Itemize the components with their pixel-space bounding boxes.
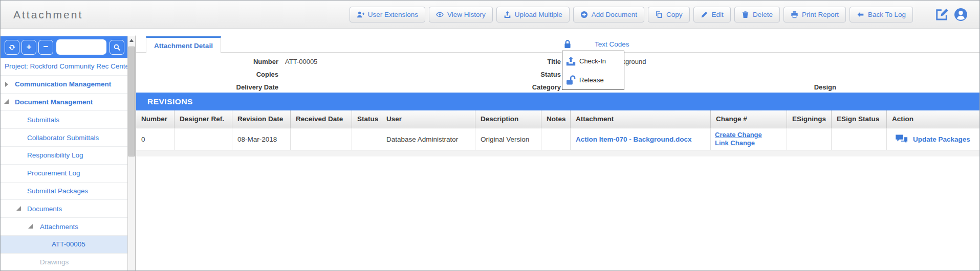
- sidebar-item-drawings[interactable]: Drawings: [1, 254, 127, 271]
- copy-icon: [655, 11, 663, 18]
- sidebar-scrollbar[interactable]: [127, 36, 136, 271]
- category-field-label: Category: [532, 83, 561, 92]
- tree-label: Drawings: [40, 258, 69, 266]
- back-to-log-button[interactable]: Back To Log: [850, 7, 913, 22]
- delete-button[interactable]: Delete: [734, 7, 780, 22]
- column-header[interactable]: Description: [475, 110, 541, 128]
- column-header[interactable]: Action: [887, 110, 980, 128]
- pencil-icon: [701, 11, 708, 18]
- copy-button[interactable]: Copy: [648, 7, 690, 22]
- button-label: Back To Log: [868, 11, 906, 18]
- sidebar-item-communication-management[interactable]: Communication Management: [1, 76, 127, 94]
- attachment-page: Attachment User Extensions View History …: [0, 0, 980, 271]
- plus-circle-icon: [580, 11, 588, 18]
- tree-label: Responsibility Log: [27, 151, 83, 159]
- tree-label: Collaborator Submittals: [27, 134, 99, 142]
- expanded-triangle-icon: [16, 206, 21, 211]
- tree-collapse-button[interactable]: −: [38, 40, 53, 55]
- toolbar: User Extensions View History Upload Mult…: [350, 7, 968, 22]
- expanded-triangle-icon: [28, 224, 33, 229]
- sidebar-item-submittals[interactable]: Submittals: [1, 111, 127, 129]
- sidebar-item-documents[interactable]: Documents: [1, 200, 127, 218]
- chat-bubbles-icon[interactable]: [895, 134, 908, 145]
- tree-label: ATT-00005: [52, 240, 85, 248]
- upload-multiple-button[interactable]: Upload Multiple: [496, 7, 570, 22]
- menu-item-check-in[interactable]: Check-In: [562, 52, 624, 70]
- tree-label: Documents: [27, 205, 62, 213]
- table-row: 0 08-Mar-2018 Database Administrator Ori…: [136, 128, 980, 150]
- tab-attachment-detail[interactable]: Attachment Detail: [146, 36, 221, 53]
- cell-revision-date: 08-Mar-2018: [232, 128, 291, 150]
- column-header[interactable]: Change #: [711, 110, 787, 128]
- upload-icon: [504, 11, 511, 18]
- sidebar-item-att-00005[interactable]: ATT-00005: [1, 236, 127, 254]
- revisions-table-header: Number Designer Ref. Revision Date Recei…: [136, 110, 980, 128]
- button-label: Delete: [753, 11, 773, 18]
- number-field-label: Number: [253, 58, 278, 66]
- refresh-icon: [8, 43, 16, 51]
- column-header[interactable]: Received Date: [291, 110, 352, 128]
- column-header[interactable]: Attachment: [571, 110, 711, 128]
- revisions-section-header: REVISIONS: [136, 93, 980, 110]
- tree-search-input[interactable]: [56, 39, 106, 55]
- menu-item-release[interactable]: Release: [562, 71, 624, 89]
- column-header[interactable]: Revision Date: [232, 110, 291, 128]
- text-codes-link[interactable]: Text Codes: [595, 40, 629, 48]
- sidebar-item-attachments[interactable]: Attachments: [1, 218, 127, 236]
- attachment-file-link[interactable]: Action Item-070 - Background.docx: [576, 136, 692, 143]
- title-field-label: Title: [548, 58, 561, 66]
- tree-label: Submittal Packages: [27, 187, 88, 195]
- main-panel: Attachment Detail Text Codes Number ATT-…: [136, 35, 980, 271]
- sidebar-toolbar: + −: [1, 36, 127, 58]
- sidebar-item-document-management[interactable]: Document Management: [1, 94, 127, 111]
- tree-label: Attachments: [40, 223, 78, 231]
- check-in-icon: [565, 56, 576, 66]
- cell-action: Update Packages: [887, 128, 980, 150]
- add-document-button[interactable]: Add Document: [573, 7, 644, 22]
- tree-expand-button[interactable]: +: [21, 40, 36, 55]
- sidebar-item-collaborator-submittals[interactable]: Collaborator Submittals: [1, 129, 127, 147]
- tree-refresh-button[interactable]: [5, 40, 19, 55]
- edit-button[interactable]: Edit: [693, 7, 731, 22]
- scrollbar-thumb[interactable]: [128, 47, 135, 156]
- delivery-date-field-label: Delivery Date: [236, 83, 278, 92]
- sidebar: + − Project: Rockford Community Rec Cent…: [1, 35, 127, 271]
- expanded-triangle-icon: [4, 99, 9, 104]
- tree-search-button[interactable]: [110, 40, 124, 55]
- button-label: Print Report: [802, 11, 839, 18]
- printer-icon: [791, 11, 798, 18]
- cell-esignings: [787, 128, 832, 150]
- collapsed-triangle-icon: [5, 82, 8, 87]
- tree-label: Document Management: [15, 98, 93, 106]
- column-header[interactable]: Status: [352, 110, 381, 128]
- button-label: Upload Multiple: [515, 11, 562, 18]
- release-unlock-icon: [565, 75, 576, 85]
- app-header: Attachment User Extensions View History …: [1, 1, 980, 29]
- scroll-up-arrow-icon[interactable]: [128, 36, 135, 44]
- create-change-link[interactable]: Create Change: [715, 131, 762, 139]
- sidebar-item-project[interactable]: Project: Rockford Community Rec Center: [1, 58, 127, 76]
- column-header[interactable]: ESign Status: [832, 110, 887, 128]
- column-header[interactable]: Designer Ref.: [175, 110, 232, 128]
- sidebar-item-submittal-packages[interactable]: Submittal Packages: [1, 183, 127, 200]
- checkin-release-menu: Check-In Release: [562, 51, 624, 90]
- column-header[interactable]: ESignings: [787, 110, 832, 128]
- user-extensions-button[interactable]: User Extensions: [350, 7, 425, 22]
- view-history-button[interactable]: View History: [429, 7, 493, 22]
- print-report-button[interactable]: Print Report: [783, 7, 846, 22]
- header-icon-buttons: [935, 8, 968, 21]
- account-button[interactable]: [954, 8, 968, 21]
- lock-icon[interactable]: [563, 39, 572, 49]
- column-header[interactable]: Notes: [541, 110, 571, 128]
- column-header[interactable]: User: [381, 110, 475, 128]
- column-header[interactable]: Number: [136, 110, 175, 128]
- compose-button[interactable]: [935, 8, 949, 21]
- update-packages-link[interactable]: Update Packages: [913, 136, 970, 143]
- sidebar-item-responsibility-log[interactable]: Responsibility Log: [1, 147, 127, 165]
- sidebar-item-procurement-log[interactable]: Procurement Log: [1, 165, 127, 183]
- cell-number: 0: [136, 128, 175, 150]
- link-change-link[interactable]: Link Change: [715, 139, 755, 147]
- plus-icon: +: [27, 42, 32, 52]
- detail-fields: Number ATT-00005 Copies Delivery Date Ti…: [136, 53, 980, 93]
- cell-designer-ref: [175, 128, 232, 150]
